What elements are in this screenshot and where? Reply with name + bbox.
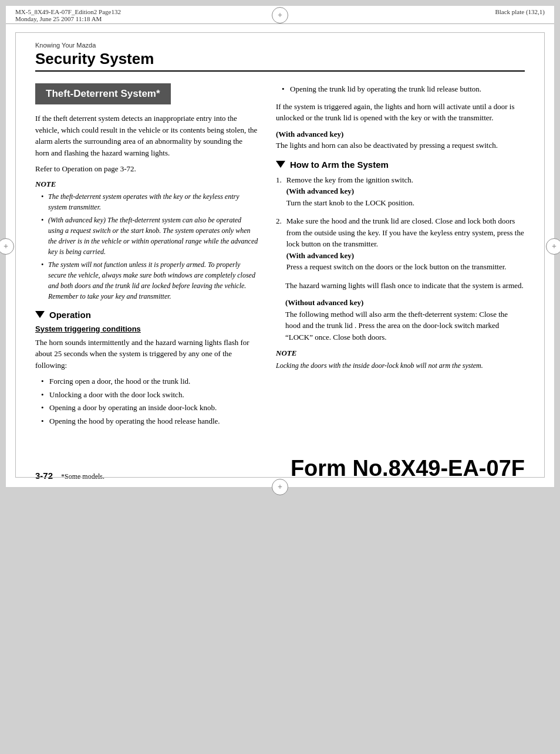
note2-text: Locking the doors with the inside door-l… (276, 360, 525, 371)
step-2-text: Make sure the hood and the trunk lid are… (286, 217, 524, 248)
page-title: Security System (35, 50, 525, 72)
triangle-icon-2 (276, 161, 285, 168)
intro-text: If the theft deterrent system detects an… (35, 113, 258, 158)
two-col-layout: Theft-Deterrent System* If the theft det… (35, 83, 525, 432)
page-wrapper: MX-5_8X49-EA-07F_Edition2 Page132 Monday… (6, 6, 554, 487)
notes-list: The theft-deterrent system operates with… (35, 191, 258, 302)
right-column: Opening the trunk lid by operating the t… (276, 83, 525, 432)
form-number: Form No.8X49-EA-07F (291, 456, 525, 481)
refer-text: Refer to Operation on page 3-72. (35, 163, 258, 175)
with-advanced-key-text: The lights and horn can also be deactiva… (276, 141, 498, 150)
doc-id: MX-5_8X49-EA-07F_Edition2 Page132 (15, 8, 121, 15)
page-number: 3-72 (35, 471, 53, 481)
top-bar-left: MX-5_8X49-EA-07F_Edition2 Page132 Monday… (15, 8, 121, 22)
trigger-item: Forcing open a door, the hood or the tru… (41, 376, 258, 387)
trigger-item: Opening a door by operating an inside do… (41, 402, 258, 414)
note-item: The theft-deterrent system operates with… (41, 191, 258, 212)
left-column: Theft-Deterrent System* If the theft det… (35, 83, 258, 432)
step-2-content: Make sure the hood and the trunk lid are… (286, 215, 525, 273)
trunk-bullet-item: Opening the trunk lid by operating the t… (282, 83, 525, 95)
without-advanced-key-block: (Without advanced key) The following met… (285, 297, 525, 343)
asterisk-note: *Some models. (61, 472, 104, 481)
how-to-arm-heading: How to Arm the System (276, 160, 525, 170)
triggering-intro: The horn sounds intermittently and the h… (35, 337, 258, 371)
step-2: 2. Make sure the hood and the trunk lid … (276, 215, 525, 273)
with-advanced-key-label: (With advanced key) (276, 130, 343, 138)
step-1-sub-label: (With advanced key) (286, 187, 354, 195)
trunk-bullet-list: Opening the trunk lid by operating the t… (276, 83, 525, 95)
step-1-text: Remove the key from the ignition switch. (286, 175, 413, 184)
theft-deterrent-heading: Theft-Deterrent System* (35, 83, 171, 104)
without-advanced-key-label: (Without advanced key) (285, 298, 363, 307)
triggered-again-text: If the system is triggered again, the li… (276, 101, 525, 124)
trigger-item: Unlocking a door with the door lock swit… (41, 389, 258, 401)
triangle-icon (35, 311, 45, 318)
bottom-registration-mark (272, 479, 288, 495)
section-label: Knowing Your Mazda (35, 42, 525, 49)
step-1-sub-text: Turn the start knob to the LOCK position… (286, 198, 414, 207)
step-1-content: Remove the key from the ignition switch.… (286, 174, 525, 209)
trigger-item: Opening the hood by operating the hood r… (41, 415, 258, 427)
note-item: The system will not function unless it i… (41, 259, 258, 302)
without-advanced-key-text: The following method will also arm the t… (285, 310, 508, 342)
note2-block: NOTE Locking the doors with the inside d… (276, 349, 525, 371)
note-heading: NOTE (35, 180, 258, 189)
note-item: (With advanced key) The theft-deterrent … (41, 215, 258, 257)
hazard-flash-text: The hazard warning lights will flash onc… (285, 280, 525, 292)
top-registration-mark (272, 7, 288, 23)
step-1: 1. Remove the key from the ignition swit… (276, 174, 525, 209)
triggers-list: Forcing open a door, the hood or the tru… (35, 376, 258, 427)
triggering-conditions-heading: System triggering conditions (35, 324, 258, 333)
step-2-sub-text: Press a request switch on the doors or t… (286, 262, 507, 271)
page-number-area: 3-72 *Some models. (35, 471, 104, 481)
note2-heading: NOTE (276, 349, 525, 358)
page-content: Knowing Your Mazda Security System Theft… (6, 24, 554, 444)
step-1-num: 1. (276, 174, 282, 209)
step-2-sub-label: (With advanced key) (286, 251, 354, 260)
step-2-num: 2. (276, 215, 282, 273)
plate-info: Black plate (132,1) (495, 8, 545, 15)
doc-date: Monday, June 25 2007 11:18 AM (15, 15, 121, 22)
operation-heading: Operation (35, 310, 258, 320)
with-advanced-key-block: (With advanced key) The lights and horn … (276, 129, 525, 151)
